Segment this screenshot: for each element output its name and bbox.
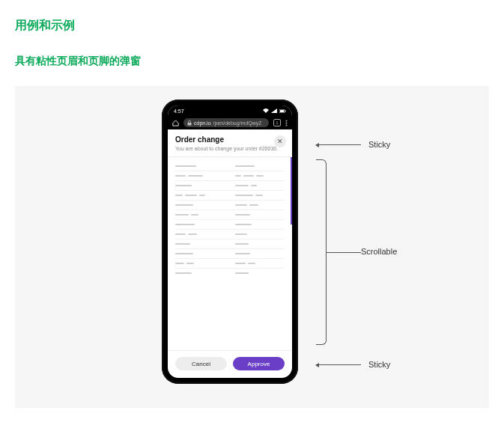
table-row <box>175 269 285 278</box>
modal-footer: Cancel Approve <box>168 350 292 378</box>
table-row <box>175 201 285 210</box>
svg-point-4 <box>286 120 288 121</box>
home-icon[interactable] <box>172 120 179 126</box>
table-row <box>175 210 285 220</box>
svg-rect-1 <box>280 110 284 112</box>
url-path: /pen/debug/mdQwyZ <box>213 120 262 126</box>
annotation-sticky-bottom: Sticky <box>316 360 390 369</box>
annotation-label: Scrollable <box>361 247 397 256</box>
status-icons <box>263 109 286 113</box>
modal-header: Order change You are about to change you… <box>168 129 292 157</box>
approve-button[interactable]: Approve <box>233 357 285 370</box>
table-row <box>175 220 285 230</box>
wifi-icon <box>263 109 269 113</box>
close-icon: ✕ <box>277 138 283 145</box>
table-row <box>175 171 285 181</box>
annotation-bracket <box>316 159 327 345</box>
heading-1: 用例和示例 <box>15 18 489 34</box>
heading-2: 具有粘性页眉和页脚的弹窗 <box>15 55 489 68</box>
figure: 4:57 cdpn.io/pen/debug/mdQwyZ 1 <box>15 86 489 408</box>
status-time: 4:57 <box>174 109 184 114</box>
annotation-sticky-top: Sticky <box>316 140 390 149</box>
table-row <box>175 239 285 249</box>
close-button[interactable]: ✕ <box>274 135 286 147</box>
annotation-label: Sticky <box>368 140 390 149</box>
address-bar: cdpn.io/pen/debug/mdQwyZ 1 <box>168 116 292 129</box>
svg-rect-2 <box>285 110 286 111</box>
url-pill[interactable]: cdpn.io/pen/debug/mdQwyZ <box>183 118 269 127</box>
modal-body[interactable] <box>168 157 292 350</box>
lock-icon <box>187 120 192 126</box>
table-row <box>175 181 285 191</box>
url-host: cdpn.io <box>194 120 211 126</box>
cancel-button[interactable]: Cancel <box>175 357 227 370</box>
table-row <box>175 191 285 201</box>
scrollbar[interactable] <box>291 157 292 224</box>
arrow-icon <box>316 364 361 365</box>
table-row <box>175 249 285 259</box>
annotation-scrollable: Scrollable <box>361 247 397 256</box>
status-bar: 4:57 <box>168 106 292 116</box>
modal: Order change You are about to change you… <box>168 129 292 378</box>
annotation-label: Sticky <box>368 360 390 369</box>
table-row <box>175 162 285 171</box>
tabs-button[interactable]: 1 <box>273 119 281 126</box>
table-row <box>175 259 285 269</box>
signal-icon <box>271 109 277 113</box>
svg-rect-3 <box>188 123 192 126</box>
svg-point-6 <box>286 124 288 126</box>
arrow-icon <box>316 144 361 145</box>
annotation-bracket-line <box>327 252 361 253</box>
modal-title: Order change <box>175 135 285 144</box>
page-container: 用例和示例 具有粘性页眉和页脚的弹窗 4:57 cdpn.io/pen/d <box>0 0 504 423</box>
phone-frame: 4:57 cdpn.io/pen/debug/mdQwyZ 1 <box>162 100 298 384</box>
battery-icon <box>279 109 286 113</box>
phone-screen: 4:57 cdpn.io/pen/debug/mdQwyZ 1 <box>168 106 292 378</box>
modal-subtitle: You are about to change your order #2003… <box>175 145 285 152</box>
more-icon[interactable] <box>285 120 288 126</box>
svg-point-5 <box>286 122 288 123</box>
table-row <box>175 230 285 239</box>
